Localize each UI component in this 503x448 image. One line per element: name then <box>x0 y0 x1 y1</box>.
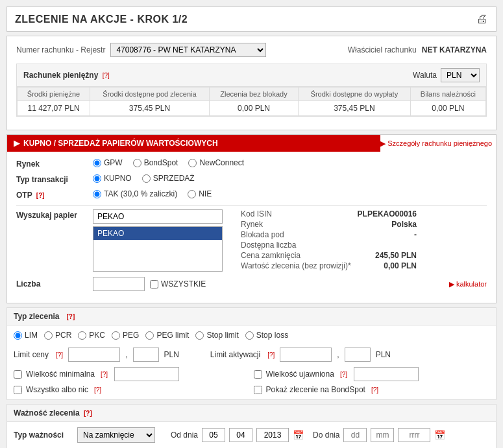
od-dnia-year[interactable] <box>256 428 289 442</box>
limit-aktywacji-input[interactable] <box>280 348 332 362</box>
wartosc-value: 0,00 PLN <box>358 261 417 270</box>
typ-pkc[interactable]: PKC <box>78 331 105 340</box>
od-dnia-label: Od dnia <box>171 430 198 440</box>
typ-sprzedaz[interactable]: SPRZEDAŻ <box>142 174 195 183</box>
money-account-help[interactable]: [?] <box>103 72 110 79</box>
do-dnia-year[interactable] <box>398 428 430 442</box>
limit-ceny-input[interactable] <box>68 348 120 362</box>
do-dnia-day[interactable] <box>343 428 367 442</box>
rynek-row: Rynek GPW BondSpot NewConnect <box>16 158 487 169</box>
money-account-title: Rachunek pieniężny <box>23 71 98 80</box>
limit-ceny-label: Limit ceny <box>14 350 49 359</box>
od-dnia-cal-icon[interactable]: 📅 <box>293 430 304 440</box>
do-dnia-cal-icon[interactable]: 📅 <box>434 430 445 440</box>
account-select[interactable]: 47008776 - PW NET KATARZYNA <box>110 43 266 57</box>
details-link[interactable]: ▶ Szczegóły rachunku pieniężnego <box>380 137 492 150</box>
typ-peg-limit[interactable]: PEG limit <box>145 331 189 340</box>
pokaz-bondspot-help[interactable]: [?] <box>371 386 378 394</box>
waznosc-section: Ważność zlecenia [?] Typ ważności Na zam… <box>6 404 497 448</box>
typ-stop-loss[interactable]: Stop loss <box>245 331 288 340</box>
cena-label: Cena zamknięcia <box>241 251 351 260</box>
kalkulator-link[interactable]: ▶ kalkulator <box>449 280 487 289</box>
limit-aktywacji-decimal[interactable] <box>345 348 371 362</box>
account-section: Numer rachunku - Rejestr 47008776 - PW N… <box>6 36 497 130</box>
otp-nie[interactable]: NIE <box>188 189 212 198</box>
form-body: Rynek GPW BondSpot NewConnect <box>7 152 496 303</box>
search-results: PEKAO <box>93 226 223 272</box>
wszystko-albo-nic-help[interactable]: [?] <box>94 386 101 394</box>
info-grid: Kod ISIN PLPEKAO00016 Rynek Polska Bloka… <box>241 209 417 270</box>
col-srodki: Środki pieniężne <box>18 88 90 101</box>
search-result-pekao[interactable]: PEKAO <box>93 227 222 240</box>
limit-ceny-help[interactable]: [?] <box>56 351 63 359</box>
waznosc-help[interactable]: [?] <box>84 410 92 417</box>
typ-zlecenia-radios: LIM PCR PKC PEG PEG limit Stop limit <box>7 325 496 345</box>
od-dnia-day[interactable] <box>202 428 225 442</box>
wyszukaj-label: Wyszukaj papier <box>16 209 88 220</box>
printer-icon[interactable]: 🖨 <box>476 12 488 26</box>
limit-aktywacji-currency: PLN <box>376 350 391 359</box>
currency-select[interactable]: PLN <box>441 68 480 82</box>
col-wyplata: Środki dostępne do wypłaty <box>299 88 411 101</box>
rynek-gpw[interactable]: GPW <box>93 158 123 167</box>
wielkosc-ujawniona-label: Wielkość ujawniona <box>266 370 334 379</box>
limit-aktywacji-label: Limit aktywacji <box>210 350 260 359</box>
cell-bilans: 0,00 PLN <box>410 101 485 116</box>
search-input[interactable] <box>93 209 223 224</box>
isin-label: Kod ISIN <box>241 209 351 218</box>
typ-pcr[interactable]: PCR <box>44 331 71 340</box>
account-row: Numer rachunku - Rejestr 47008776 - PW N… <box>16 43 487 57</box>
rynek-bondspot[interactable]: BondSpot <box>133 158 178 167</box>
cell-zlecenia: 0,00 PLN <box>209 101 298 116</box>
money-account-section: Rachunek pieniężny [?] Waluta PLN Środki… <box>16 64 487 117</box>
wielkosc-ujawniona-help[interactable]: [?] <box>340 371 347 378</box>
page-title: ZLECENIE NA AKCJE - KROK 1/2 <box>15 14 188 25</box>
od-dnia-month[interactable] <box>229 428 252 442</box>
do-dnia-month[interactable] <box>371 428 394 442</box>
pokaz-bondspot-checkbox[interactable] <box>254 386 262 394</box>
rynek-info-value: Polska <box>358 220 417 229</box>
liczba-input[interactable] <box>93 277 145 291</box>
wielkosc-min-checkbox[interactable] <box>14 370 22 379</box>
owner-label: Właściciel rachunku <box>348 45 417 54</box>
currency-row: Waluta PLN <box>413 68 480 82</box>
isin-value: PLPEKAO00016 <box>358 209 417 218</box>
otp-radio-group: TAK (30,0 % zaliczki) NIE <box>93 189 212 198</box>
limit-aktywacji-help[interactable]: [?] <box>267 351 275 359</box>
rynek-info-label: Rynek <box>241 220 351 229</box>
limit-ceny-currency: PLN <box>164 350 179 359</box>
waznosc-body: Typ ważności Na zamknięcieDzieńDo dniaDo… <box>7 422 496 448</box>
wielkosc-min-input[interactable] <box>114 367 179 381</box>
wszystko-albo-nic-label: Wszystko albo nic <box>26 385 88 394</box>
limit-ceny-decimal[interactable] <box>133 348 159 362</box>
otp-help[interactable]: [?] <box>36 192 45 199</box>
dostepna-label: Dostępna liczba <box>241 241 351 250</box>
typ-transakcji-radio-group: KUPNO SPRZEDAŻ <box>93 174 195 183</box>
typ-lim[interactable]: LIM <box>14 331 38 340</box>
waznosc-typ-row: Typ ważności Na zamknięcieDzieńDo dniaDo… <box>14 427 489 443</box>
wszystkie-checkbox[interactable]: WSZYSTKIE <box>150 279 206 289</box>
waznosc-typ-label: Typ ważności <box>14 430 72 440</box>
wielkosc-min-row: Wielkość minimalna [?] <box>14 367 250 381</box>
typ-zlecenia-help[interactable]: [?] <box>66 313 75 320</box>
waznosc-typ-select[interactable]: Na zamknięcieDzieńDo dniaDo czasu <box>77 427 155 443</box>
otp-tak[interactable]: TAK (30,0 % zaliczki) <box>93 189 177 198</box>
typ-transakcji-row: Typ transakcji KUPNO SPRZEDAŻ <box>16 174 487 184</box>
wielkosc-ujawniona-input[interactable] <box>354 367 419 381</box>
wielkosc-ujawniona-checkbox[interactable] <box>254 370 262 379</box>
col-dostepne: Środki dostępne pod zlecenia <box>90 88 210 101</box>
cena-value: 245,50 PLN <box>358 251 417 260</box>
typ-peg[interactable]: PEG <box>112 331 139 340</box>
wszystko-albo-nic-checkbox[interactable] <box>14 386 22 394</box>
od-dnia-section: Od dnia 📅 Do dnia 📅 <box>171 428 445 442</box>
rynek-radio-group: GPW BondSpot NewConnect <box>93 158 244 167</box>
blokada-label: Blokada pod <box>241 230 351 239</box>
account-label: Numer rachunku - Rejestr <box>16 45 105 54</box>
wielkosc-min-help[interactable]: [?] <box>101 371 108 378</box>
wyszukaj-row: Wyszukaj papier PEKAO Kod ISIN PLPEKAO00… <box>16 209 487 272</box>
wielkosc-ujawniona-row: Wielkość ujawniona [?] <box>254 367 490 381</box>
rynek-newconnect[interactable]: NewConnect <box>188 158 244 167</box>
typ-stop-limit[interactable]: Stop limit <box>195 331 238 340</box>
typ-kupno[interactable]: KUPNO <box>93 174 132 183</box>
arrow-icon: ▶ <box>14 139 19 148</box>
